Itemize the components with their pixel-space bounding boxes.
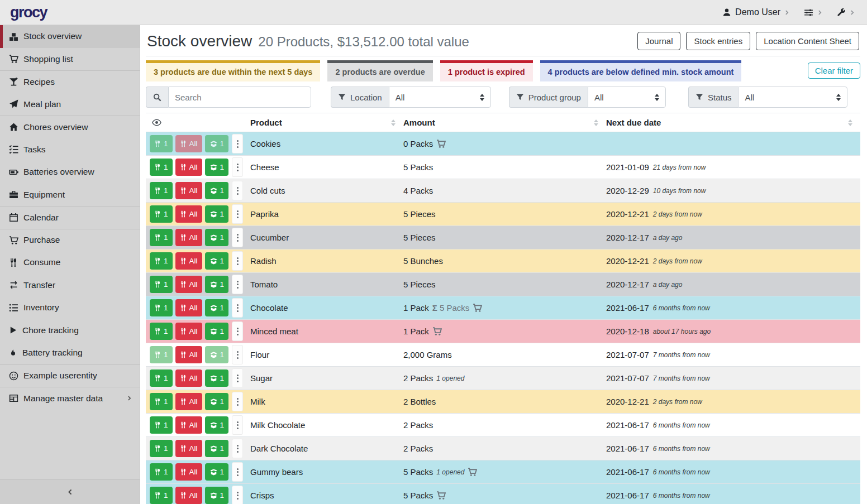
consume-all-button[interactable]: All [175, 252, 202, 270]
sidebar-item-chore-tracking[interactable]: Chore tracking [0, 319, 140, 342]
consume-one-button[interactable]: 1 [150, 346, 173, 363]
shopping-cart-icon[interactable] [436, 139, 446, 148]
sort-icon[interactable] [391, 119, 396, 126]
column-header-next-due-date[interactable]: Next due date [606, 118, 661, 127]
sidebar-collapse-button[interactable] [0, 479, 140, 504]
consume-one-button[interactable]: 1 [150, 299, 173, 316]
open-one-button[interactable]: 1 [205, 440, 229, 457]
consume-one-button[interactable]: 1 [150, 393, 173, 410]
shopping-cart-icon[interactable] [436, 491, 446, 500]
consume-one-button[interactable]: 1 [150, 205, 173, 223]
sidebar-item-consume[interactable]: Consume [0, 251, 140, 274]
consume-all-button[interactable]: All [175, 182, 202, 199]
settings-menu[interactable] [804, 8, 822, 17]
status-filter-select[interactable]: All [738, 87, 847, 108]
open-one-button[interactable]: 1 [205, 416, 229, 434]
open-one-button[interactable]: 1 [205, 463, 229, 481]
clear-filter-button[interactable]: Clear filter [808, 63, 860, 79]
consume-all-button[interactable]: All [175, 393, 202, 410]
consume-one-button[interactable]: 1 [150, 276, 173, 293]
sort-icon[interactable] [848, 119, 852, 126]
sidebar-item-example-userentity[interactable]: Example userentity [0, 364, 140, 387]
open-one-button[interactable]: 1 [205, 346, 229, 363]
row-menu-button[interactable] [232, 439, 243, 458]
consume-all-button[interactable]: All [175, 135, 202, 152]
consume-all-button[interactable]: All [175, 369, 202, 387]
consume-one-button[interactable]: 1 [150, 323, 173, 340]
shopping-cart-icon[interactable] [468, 467, 477, 477]
consume-all-button[interactable]: All [175, 463, 202, 481]
consume-one-button[interactable]: 1 [150, 487, 173, 504]
open-one-button[interactable]: 1 [205, 135, 229, 152]
sidebar-item-equipment[interactable]: Equipment [0, 184, 140, 207]
sidebar-item-battery-tracking[interactable]: Battery tracking [0, 342, 140, 364]
row-menu-button[interactable] [232, 321, 243, 341]
open-one-button[interactable]: 1 [205, 487, 229, 504]
open-one-button[interactable]: 1 [205, 182, 229, 199]
open-one-button[interactable]: 1 [205, 205, 229, 223]
location-content-sheet-button[interactable]: Location Content Sheet [756, 32, 859, 50]
below-min-filter-chip[interactable]: 4 products are below defined min. stock … [540, 60, 742, 81]
row-menu-button[interactable] [232, 486, 243, 504]
consume-all-button[interactable]: All [175, 346, 202, 363]
row-menu-button[interactable] [232, 298, 243, 318]
sidebar-item-shopping-list[interactable]: Shopping list [0, 48, 140, 71]
sidebar-item-purchase[interactable]: Purchase [0, 229, 140, 252]
sidebar-item-stock-overview[interactable]: Stock overview [0, 25, 140, 48]
open-one-button[interactable]: 1 [205, 276, 229, 293]
consume-one-button[interactable]: 1 [150, 252, 173, 270]
consume-one-button[interactable]: 1 [150, 463, 173, 481]
consume-all-button[interactable]: All [175, 299, 202, 316]
open-one-button[interactable]: 1 [205, 159, 229, 176]
app-logo[interactable]: grocy [10, 4, 47, 21]
sidebar-item-tasks[interactable]: Tasks [0, 138, 140, 161]
consume-all-button[interactable]: All [175, 159, 202, 176]
shopping-cart-icon[interactable] [432, 327, 442, 336]
column-visibility-eye-icon[interactable] [150, 118, 161, 127]
consume-all-button[interactable]: All [175, 276, 202, 293]
consume-one-button[interactable]: 1 [150, 135, 173, 152]
row-menu-button[interactable] [232, 462, 243, 482]
row-menu-button[interactable] [232, 204, 243, 224]
consume-all-button[interactable]: All [175, 323, 202, 340]
row-menu-button[interactable] [232, 345, 243, 364]
consume-all-button[interactable]: All [175, 487, 202, 504]
consume-one-button[interactable]: 1 [150, 159, 173, 176]
sidebar-item-recipes[interactable]: Recipes [0, 70, 140, 93]
open-one-button[interactable]: 1 [205, 299, 229, 316]
column-header-amount[interactable]: Amount [403, 118, 435, 127]
stock-entries-button[interactable]: Stock entries [686, 32, 750, 50]
consume-all-button[interactable]: All [175, 440, 202, 457]
sidebar-item-inventory[interactable]: Inventory [0, 296, 140, 319]
row-menu-button[interactable] [232, 275, 243, 294]
row-menu-button[interactable] [232, 228, 243, 247]
expired-filter-chip[interactable]: 1 product is expired [440, 60, 533, 81]
row-menu-button[interactable] [232, 157, 243, 177]
sort-icon[interactable] [594, 119, 598, 126]
user-menu[interactable]: Demo User [722, 7, 789, 17]
row-menu-button[interactable] [232, 392, 243, 411]
row-menu-button[interactable] [232, 415, 243, 435]
search-input[interactable] [168, 87, 311, 108]
row-menu-button[interactable] [232, 251, 243, 271]
row-menu-button[interactable] [232, 134, 243, 153]
open-one-button[interactable]: 1 [205, 393, 229, 410]
consume-one-button[interactable]: 1 [150, 440, 173, 457]
consume-one-button[interactable]: 1 [150, 369, 173, 387]
column-header-product[interactable]: Product [250, 118, 282, 127]
open-one-button[interactable]: 1 [205, 229, 229, 246]
location-filter-select[interactable]: All [389, 87, 491, 108]
admin-menu[interactable] [837, 8, 855, 17]
journal-button[interactable]: Journal [637, 32, 680, 50]
sidebar-item-calendar[interactable]: Calendar [0, 206, 140, 229]
open-one-button[interactable]: 1 [205, 323, 229, 340]
product-group-filter-select[interactable]: All [588, 87, 666, 108]
overdue-filter-chip[interactable]: 2 products are overdue [327, 60, 432, 81]
open-one-button[interactable]: 1 [205, 252, 229, 270]
consume-all-button[interactable]: All [175, 205, 202, 223]
sidebar-item-transfer[interactable]: Transfer [0, 274, 140, 297]
consume-all-button[interactable]: All [175, 416, 202, 434]
sidebar-item-batteries-overview[interactable]: Batteries overview [0, 161, 140, 184]
sidebar-item-chores-overview[interactable]: Chores overview [0, 116, 140, 138]
consume-one-button[interactable]: 1 [150, 416, 173, 434]
